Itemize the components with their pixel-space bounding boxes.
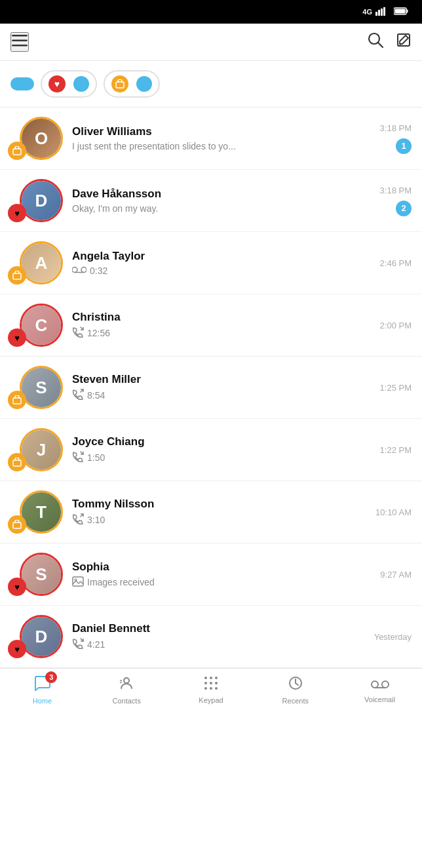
call-duration: Images received xyxy=(87,577,155,587)
nav-item-recents[interactable]: Recents xyxy=(253,669,337,710)
avatar-placeholder: T xyxy=(22,492,61,532)
svg-rect-15 xyxy=(13,149,21,155)
category-dot: ♥ xyxy=(8,640,26,658)
category-dot: ♥ xyxy=(8,204,26,222)
contact-list: O Oliver Williams I just sent the presen… xyxy=(0,108,422,668)
contact-sub: Okay, I'm on my way. xyxy=(72,203,375,214)
search-button[interactable] xyxy=(367,31,384,52)
compose-button[interactable] xyxy=(396,32,412,52)
avatar-placeholder: S xyxy=(22,368,61,407)
svg-rect-14 xyxy=(116,82,124,88)
category-dot xyxy=(8,391,26,409)
filter-work[interactable] xyxy=(104,70,160,98)
contact-info: Daniel Bennett 4:21 xyxy=(72,622,369,652)
call-icon-call-out xyxy=(72,389,84,403)
signal-icon xyxy=(375,7,387,18)
avatar: S xyxy=(20,553,63,596)
svg-point-39 xyxy=(204,687,207,690)
svg-point-41 xyxy=(215,687,218,690)
contact-sub: I just sent the presentation slides to y… xyxy=(72,141,375,151)
avatar: T xyxy=(20,490,63,534)
nav-item-contacts[interactable]: Contacts xyxy=(85,669,169,710)
filter-family[interactable]: ♥ xyxy=(41,70,97,98)
contact-item[interactable]: S Steven Miller 8:54 1:25 PM xyxy=(0,357,422,419)
contact-name: Tommy Nilsson xyxy=(72,498,370,511)
family-icon-circle: ♥ xyxy=(48,75,66,92)
nav-badge: 3 xyxy=(45,671,57,683)
filter-bar: ♥ xyxy=(0,61,422,108)
category-dot xyxy=(8,266,26,285)
nav-label-contacts: Contacts xyxy=(112,697,140,705)
contact-item[interactable]: O Oliver Williams I just sent the presen… xyxy=(0,108,422,170)
contact-sub: Images received xyxy=(72,576,375,589)
contact-meta: 10:10 AM xyxy=(375,507,412,517)
avatar-placeholder: D xyxy=(22,181,61,220)
avatar: O xyxy=(20,117,63,160)
call-icon-voicemail xyxy=(72,266,86,276)
contact-info: Dave Håkansson Okay, I'm on my way. xyxy=(72,187,375,214)
svg-point-30 xyxy=(124,678,129,683)
keypad-icon xyxy=(204,676,218,694)
contact-name: Sophia xyxy=(72,561,375,574)
contact-item[interactable]: ♥ D Daniel Bennett 4:21 Yesterday xyxy=(0,606,422,668)
contact-name: Joyce Chiang xyxy=(72,435,375,448)
call-icon-call-out xyxy=(72,513,84,527)
contact-time: 1:22 PM xyxy=(380,445,412,455)
call-duration: 4:21 xyxy=(87,639,105,650)
category-dot: ♥ xyxy=(8,578,26,596)
contact-sub: 4:21 xyxy=(72,638,369,652)
call-icon-call-in xyxy=(72,451,84,465)
contact-item[interactable]: A Angela Taylor 0:32 2:46 PM xyxy=(0,232,422,294)
contact-meta: 1:22 PM xyxy=(380,445,412,455)
contact-info: Christina 12:56 xyxy=(72,311,375,340)
svg-point-28 xyxy=(75,579,77,581)
contact-item[interactable]: ♥ C Christina 12:56 2:00 PM xyxy=(0,294,422,357)
contact-name: Steven Miller xyxy=(72,373,375,386)
nav-item-keypad[interactable]: Keypad xyxy=(169,669,254,709)
svg-point-44 xyxy=(382,681,389,688)
header-actions xyxy=(367,31,412,52)
avatar: A xyxy=(20,241,63,285)
avatar: J xyxy=(20,428,63,471)
work-badge xyxy=(136,76,152,92)
family-badge xyxy=(73,76,89,92)
contact-meta: 9:27 AM xyxy=(380,570,412,580)
contact-info: Sophia Images received xyxy=(72,561,375,589)
nav-item-home[interactable]: 3 Home xyxy=(0,669,85,710)
svg-rect-23 xyxy=(13,460,21,466)
contact-time: 9:27 AM xyxy=(380,570,412,580)
contact-item[interactable]: T Tommy Nilsson 3:10 10:10 AM xyxy=(0,481,422,543)
contact-sub: 12:56 xyxy=(72,326,375,340)
contact-name: Daniel Bennett xyxy=(72,622,369,635)
chat-icon: 3 xyxy=(33,675,50,695)
svg-point-34 xyxy=(210,677,212,679)
battery-icon xyxy=(394,7,408,17)
nav-label-recents: Recents xyxy=(282,697,309,705)
contact-meta: 2:00 PM xyxy=(380,321,412,330)
call-icon-call-in xyxy=(72,638,84,652)
contact-item[interactable]: ♥ D Dave Håkansson Okay, I'm on my way. … xyxy=(0,170,422,232)
clock-icon xyxy=(288,675,303,695)
svg-point-17 xyxy=(72,267,77,273)
contact-name: Dave Håkansson xyxy=(72,187,375,201)
filter-all-numbers[interactable] xyxy=(10,77,34,90)
category-dot xyxy=(8,515,26,534)
contact-item[interactable]: ♥ S Sophia Images received 9:27 AM xyxy=(0,543,422,606)
contacts-icon xyxy=(119,675,134,695)
network-indicator: 4G xyxy=(362,8,372,16)
unread-badge: 2 xyxy=(396,201,412,216)
contact-time: 3:18 PM xyxy=(380,123,412,133)
menu-button[interactable] xyxy=(10,32,29,52)
avatar-placeholder: D xyxy=(22,617,61,656)
contact-item[interactable]: J Joyce Chiang 1:50 1:22 PM xyxy=(0,419,422,481)
svg-rect-6 xyxy=(395,9,406,13)
contact-info: Tommy Nilsson 3:10 xyxy=(72,498,370,527)
contact-meta: 3:18 PM 2 xyxy=(380,186,412,216)
contact-time: 2:00 PM xyxy=(380,321,412,330)
contact-time: Yesterday xyxy=(374,632,412,642)
contact-time: 2:46 PM xyxy=(380,258,412,268)
svg-rect-25 xyxy=(13,523,21,528)
nav-item-voicemail[interactable]: Voicemail xyxy=(337,670,422,709)
category-dot xyxy=(8,142,26,160)
header xyxy=(0,24,422,61)
